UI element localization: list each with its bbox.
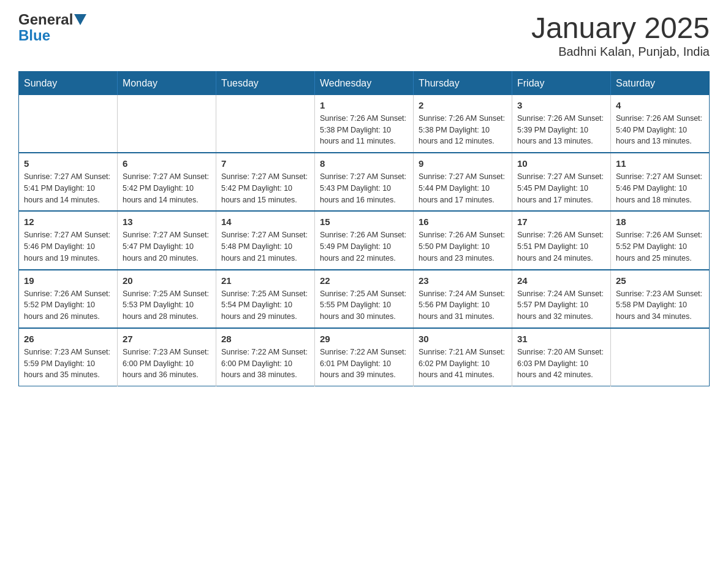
- day-number: 25: [616, 275, 704, 286]
- calendar-cell: 18Sunrise: 7:26 AM Sunset: 5:52 PM Dayli…: [611, 211, 710, 269]
- calendar-cell: 11Sunrise: 7:27 AM Sunset: 5:46 PM Dayli…: [611, 153, 710, 211]
- calendar-subtitle: Badhni Kalan, Punjab, India: [531, 45, 710, 59]
- day-info: Sunrise: 7:27 AM Sunset: 5:42 PM Dayligh…: [123, 171, 211, 205]
- day-info: Sunrise: 7:26 AM Sunset: 5:40 PM Dayligh…: [616, 113, 704, 147]
- calendar-cell: 10Sunrise: 7:27 AM Sunset: 5:45 PM Dayli…: [512, 153, 611, 211]
- day-number: 11: [616, 158, 704, 169]
- day-number: 13: [123, 216, 211, 227]
- day-info: Sunrise: 7:25 AM Sunset: 5:54 PM Dayligh…: [221, 288, 309, 323]
- calendar-day-header: Friday: [512, 71, 611, 95]
- day-number: 30: [419, 334, 507, 344]
- day-number: 28: [221, 334, 309, 344]
- calendar-cell: [118, 95, 216, 153]
- calendar-cell: 16Sunrise: 7:26 AM Sunset: 5:50 PM Dayli…: [414, 211, 512, 269]
- day-number: 7: [221, 158, 309, 169]
- calendar-cell: 5Sunrise: 7:27 AM Sunset: 5:41 PM Daylig…: [19, 153, 118, 211]
- day-info: Sunrise: 7:26 AM Sunset: 5:52 PM Dayligh…: [24, 288, 112, 323]
- day-number: 26: [24, 334, 112, 344]
- calendar-week-row: 19Sunrise: 7:26 AM Sunset: 5:52 PM Dayli…: [19, 270, 710, 328]
- day-info: Sunrise: 7:24 AM Sunset: 5:57 PM Dayligh…: [517, 288, 605, 323]
- calendar-cell: 9Sunrise: 7:27 AM Sunset: 5:44 PM Daylig…: [414, 153, 512, 211]
- day-number: 5: [24, 158, 112, 169]
- calendar-cell: 7Sunrise: 7:27 AM Sunset: 5:42 PM Daylig…: [216, 153, 315, 211]
- calendar-week-row: 1Sunrise: 7:26 AM Sunset: 5:38 PM Daylig…: [19, 95, 710, 153]
- day-info: Sunrise: 7:26 AM Sunset: 5:38 PM Dayligh…: [419, 113, 507, 147]
- day-number: 16: [419, 216, 507, 227]
- day-info: Sunrise: 7:25 AM Sunset: 5:53 PM Dayligh…: [123, 288, 211, 323]
- calendar-title: January 2025: [531, 12, 710, 45]
- day-info: Sunrise: 7:22 AM Sunset: 6:00 PM Dayligh…: [221, 347, 309, 381]
- calendar-cell: 20Sunrise: 7:25 AM Sunset: 5:53 PM Dayli…: [118, 270, 216, 328]
- calendar-day-header: Tuesday: [216, 71, 315, 95]
- calendar-header-row: SundayMondayTuesdayWednesdayThursdayFrid…: [19, 71, 710, 95]
- calendar-cell: 8Sunrise: 7:27 AM Sunset: 5:43 PM Daylig…: [315, 153, 414, 211]
- calendar-day-header: Saturday: [611, 71, 710, 95]
- calendar-cell: 24Sunrise: 7:24 AM Sunset: 5:57 PM Dayli…: [512, 270, 611, 328]
- calendar-cell: 26Sunrise: 7:23 AM Sunset: 5:59 PM Dayli…: [19, 328, 118, 386]
- day-number: 1: [320, 100, 408, 110]
- calendar-week-row: 12Sunrise: 7:27 AM Sunset: 5:46 PM Dayli…: [19, 211, 710, 269]
- day-info: Sunrise: 7:27 AM Sunset: 5:47 PM Dayligh…: [123, 229, 211, 264]
- logo-general-text: General: [18, 12, 73, 27]
- day-number: 10: [517, 158, 605, 169]
- day-number: 8: [320, 158, 408, 169]
- day-info: Sunrise: 7:27 AM Sunset: 5:41 PM Dayligh…: [24, 171, 112, 205]
- day-number: 4: [616, 100, 704, 110]
- day-number: 3: [517, 100, 605, 110]
- day-info: Sunrise: 7:23 AM Sunset: 5:58 PM Dayligh…: [616, 288, 704, 323]
- calendar-cell: 31Sunrise: 7:20 AM Sunset: 6:03 PM Dayli…: [512, 328, 611, 386]
- calendar-day-header: Monday: [118, 71, 216, 95]
- day-info: Sunrise: 7:23 AM Sunset: 6:00 PM Dayligh…: [123, 347, 211, 381]
- day-info: Sunrise: 7:27 AM Sunset: 5:46 PM Dayligh…: [616, 171, 704, 205]
- day-info: Sunrise: 7:27 AM Sunset: 5:46 PM Dayligh…: [24, 229, 112, 264]
- calendar-week-row: 5Sunrise: 7:27 AM Sunset: 5:41 PM Daylig…: [19, 153, 710, 211]
- calendar-cell: 2Sunrise: 7:26 AM Sunset: 5:38 PM Daylig…: [414, 95, 512, 153]
- day-info: Sunrise: 7:27 AM Sunset: 5:48 PM Dayligh…: [221, 229, 309, 264]
- day-number: 20: [123, 275, 211, 286]
- day-info: Sunrise: 7:27 AM Sunset: 5:42 PM Dayligh…: [221, 171, 309, 205]
- calendar-table: SundayMondayTuesdayWednesdayThursdayFrid…: [18, 71, 710, 386]
- day-number: 19: [24, 275, 112, 286]
- day-info: Sunrise: 7:23 AM Sunset: 5:59 PM Dayligh…: [24, 347, 112, 381]
- day-info: Sunrise: 7:26 AM Sunset: 5:52 PM Dayligh…: [616, 229, 704, 264]
- day-number: 9: [419, 158, 507, 169]
- day-info: Sunrise: 7:27 AM Sunset: 5:45 PM Dayligh…: [517, 171, 605, 205]
- day-number: 21: [221, 275, 309, 286]
- day-number: 18: [616, 216, 704, 227]
- calendar-cell: 15Sunrise: 7:26 AM Sunset: 5:49 PM Dayli…: [315, 211, 414, 269]
- calendar-cell: 30Sunrise: 7:21 AM Sunset: 6:02 PM Dayli…: [414, 328, 512, 386]
- day-info: Sunrise: 7:24 AM Sunset: 5:56 PM Dayligh…: [419, 288, 507, 323]
- calendar-cell: 4Sunrise: 7:26 AM Sunset: 5:40 PM Daylig…: [611, 95, 710, 153]
- day-info: Sunrise: 7:27 AM Sunset: 5:43 PM Dayligh…: [320, 171, 408, 205]
- calendar-cell: 29Sunrise: 7:22 AM Sunset: 6:01 PM Dayli…: [315, 328, 414, 386]
- day-number: 12: [24, 216, 112, 227]
- calendar-cell: 12Sunrise: 7:27 AM Sunset: 5:46 PM Dayli…: [19, 211, 118, 269]
- calendar-cell: 21Sunrise: 7:25 AM Sunset: 5:54 PM Dayli…: [216, 270, 315, 328]
- calendar-day-header: Wednesday: [315, 71, 414, 95]
- day-info: Sunrise: 7:26 AM Sunset: 5:51 PM Dayligh…: [517, 229, 605, 264]
- day-number: 23: [419, 275, 507, 286]
- calendar-cell: 27Sunrise: 7:23 AM Sunset: 6:00 PM Dayli…: [118, 328, 216, 386]
- calendar-cell: [216, 95, 315, 153]
- day-info: Sunrise: 7:26 AM Sunset: 5:50 PM Dayligh…: [419, 229, 507, 264]
- day-number: 31: [517, 334, 605, 344]
- calendar-cell: 28Sunrise: 7:22 AM Sunset: 6:00 PM Dayli…: [216, 328, 315, 386]
- calendar-body: 1Sunrise: 7:26 AM Sunset: 5:38 PM Daylig…: [19, 95, 710, 386]
- title-block: January 2025 Badhni Kalan, Punjab, India: [531, 12, 710, 59]
- calendar-cell: 13Sunrise: 7:27 AM Sunset: 5:47 PM Dayli…: [118, 211, 216, 269]
- calendar-cell: 6Sunrise: 7:27 AM Sunset: 5:42 PM Daylig…: [118, 153, 216, 211]
- calendar-day-header: Sunday: [19, 71, 118, 95]
- logo-arrow-icon: [74, 14, 86, 27]
- logo-blue-text: Blue: [18, 27, 50, 44]
- day-number: 29: [320, 334, 408, 344]
- page-header: General Blue January 2025 Badhni Kalan, …: [18, 12, 710, 59]
- day-info: Sunrise: 7:26 AM Sunset: 5:39 PM Dayligh…: [517, 113, 605, 147]
- calendar-cell: [19, 95, 118, 153]
- calendar-cell: 22Sunrise: 7:25 AM Sunset: 5:55 PM Dayli…: [315, 270, 414, 328]
- day-info: Sunrise: 7:20 AM Sunset: 6:03 PM Dayligh…: [517, 347, 605, 381]
- day-info: Sunrise: 7:22 AM Sunset: 6:01 PM Dayligh…: [320, 347, 408, 381]
- day-info: Sunrise: 7:26 AM Sunset: 5:38 PM Dayligh…: [320, 113, 408, 147]
- calendar-cell: 25Sunrise: 7:23 AM Sunset: 5:58 PM Dayli…: [611, 270, 710, 328]
- day-number: 27: [123, 334, 211, 344]
- calendar-cell: 17Sunrise: 7:26 AM Sunset: 5:51 PM Dayli…: [512, 211, 611, 269]
